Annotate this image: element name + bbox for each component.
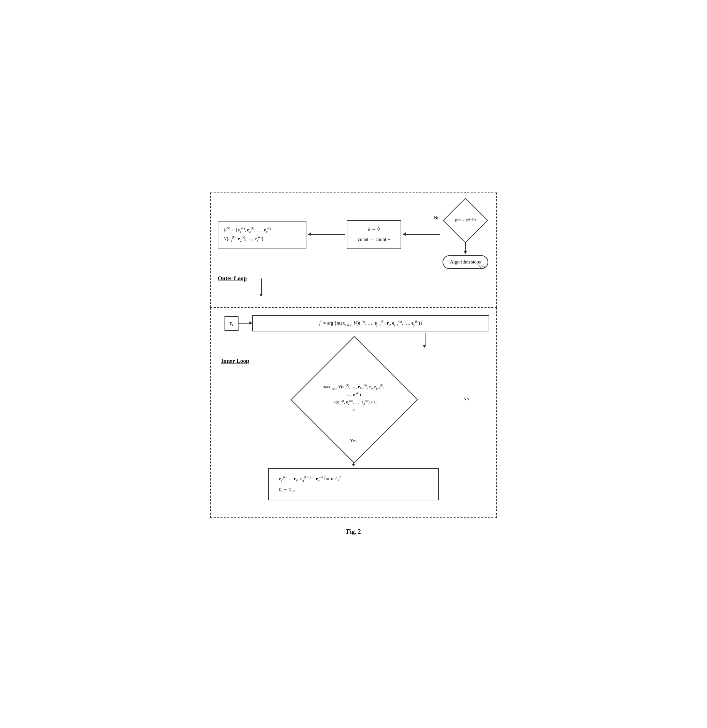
page-container: E(k) = {e1(k), e2(k), …, ep(k) V(e1(k), …	[200, 182, 507, 545]
ri-box: ri	[225, 316, 238, 331]
condition-diamond: E(k) = E(k−1)?	[442, 200, 489, 241]
inner-loop-box: ri j* = arg {max1≤j≤p V(e1(k), …, ej−1(k…	[210, 308, 497, 518]
decision-text: max1≤j≤p V(e1(k), …, ej−1(k), ri, ej+1(k…	[319, 383, 388, 415]
update-box: ej*(k) ← ri, en(k+1) = en(k) for n ≠ j* …	[268, 468, 439, 500]
yes-label-2: Yes	[350, 438, 356, 443]
algorithm-stops-label: Algorithm stops	[450, 259, 481, 264]
k-assign: k ← 0	[368, 227, 380, 232]
no-label-1: No	[434, 215, 440, 221]
yes-label-1: Yes	[479, 264, 485, 270]
condition-text: E(k) = E(k−1)?	[454, 218, 476, 224]
j-star-formula: j* = arg {max1≤j≤p V(e1(k), …, ej−1(k), …	[319, 321, 423, 326]
decision-diamond: max1≤j≤p V(e1(k), …, ej−1(k), ri, ej+1(k…	[268, 351, 439, 447]
count-assign: count ← count +	[358, 237, 390, 242]
update-formula-2: ri ← ri+1	[279, 487, 296, 492]
e-init-formula: E(k) = {e1(k), e2(k), …, ep(k) V(e1(k), …	[224, 227, 271, 241]
no-label-2: No	[463, 396, 469, 402]
ri-label: ri	[230, 320, 233, 326]
update-formula-1: ej*(k) ← ri, en(k+1) = en(k) for n ≠ j*	[279, 476, 341, 481]
e-init-box: E(k) = {e1(k), e2(k), …, ep(k) V(e1(k), …	[218, 221, 306, 248]
figure-caption: Fig. 2	[210, 528, 497, 536]
k-count-box: k ← 0 count ← count +	[347, 220, 401, 250]
j-star-box: j* = arg {max1≤j≤p V(e1(k), …, ej−1(k), …	[252, 315, 489, 331]
outer-loop-box: E(k) = {e1(k), e2(k), …, ep(k) V(e1(k), …	[210, 192, 497, 308]
